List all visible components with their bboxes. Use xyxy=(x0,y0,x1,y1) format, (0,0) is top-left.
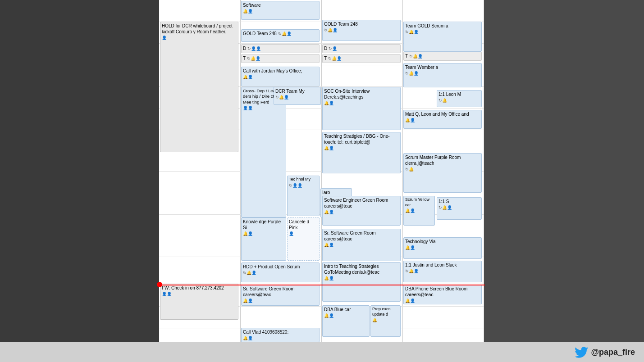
scrum-yellow-car-event[interactable]: Scrum Yellow car 🔔👤 xyxy=(403,196,435,226)
intro-teaching-text: Intro to Teaching Strategies GoToMeeting… xyxy=(324,263,399,275)
soc-onsite-event[interactable]: SOC On-Site Interview Derek.s@teachings … xyxy=(322,87,401,130)
gold-team-col3-text: GOLD Team 248 xyxy=(324,22,358,27)
software-engineer-green-event[interactable]: Software Engineer Green Room careers@tea… xyxy=(322,196,401,226)
hold-dcr-icons: 👤 xyxy=(162,36,237,41)
calendar-grid: G ↻👤👤 D ↻👤👤 T ↻👤👤 HOLD for DCR whiteboar… xyxy=(159,0,484,342)
matt-q-leon-event[interactable]: Matt Q, Leon and My Office and 🔔👤 xyxy=(403,110,482,129)
matt-q-leon-text: Matt Q, Leon and My Office and xyxy=(405,111,480,117)
iaro-text: Iaro xyxy=(322,190,350,195)
dcr-team-my-event[interactable]: DCR Team My ↻🔔👤 xyxy=(274,87,321,105)
one-one-leon-event[interactable]: 1:1 Leon M ↻🔔 xyxy=(437,90,482,107)
cross-dep-leaders-event[interactable]: Cross- Dep t Lea ders hip / Dire ctor 's… xyxy=(241,87,286,217)
call-jordan-text: Call with Jordan May's Office; xyxy=(243,68,318,74)
scrum-yellow-car-text: Scrum Yellow car xyxy=(405,197,433,208)
software-engineer-green-text: Software Engineer Green Room careers@tea… xyxy=(324,197,399,209)
sr-software-green-col2-text: Sr. Software Green Room careers@teac xyxy=(243,286,318,298)
sr-software-green-col3-text: Sr. Software Green Room careers@teac xyxy=(324,230,399,242)
software-header-event[interactable]: Software 🔔👤 xyxy=(241,1,320,20)
team-gold-scrum-text: Team GOLD Scrum a xyxy=(405,23,480,29)
hrow-12 xyxy=(159,329,484,329)
rdd-product-text: RDD + Product Open Scrum xyxy=(243,264,318,270)
technology-my-text: Tec hnol My xyxy=(289,177,318,182)
soc-onsite-text: SOC On-Site Interview Derek.s@teachings xyxy=(324,88,399,100)
prep-exec-event[interactable]: Prep exec update d 🔔 xyxy=(370,305,401,337)
sr-software-green-col3-event[interactable]: Sr. Software Green Room careers@teac 🔔👤 xyxy=(322,229,401,261)
dcr-team-my-text: DCR Team My xyxy=(275,88,319,94)
bottom-bar: @papa_fire xyxy=(0,342,644,362)
t-row-col2: T ↻🔔👤 xyxy=(241,54,320,63)
one-one-leon-text: 1:1 Leon M xyxy=(438,91,480,97)
scrum-master-purple-text: Scrum Master Purple Room cierra.j@teach xyxy=(405,154,480,166)
t-row-col3: T ↻🔔👤 xyxy=(322,54,401,63)
dba-phone-screen-event[interactable]: DBA Phone Screen Blue Room careers@teac … xyxy=(403,285,482,304)
knowledge-purple-text: Knowle dge Purple Si xyxy=(243,219,284,231)
call-jordan-event[interactable]: Call with Jordan May's Office; 🔔👤 xyxy=(241,67,320,86)
twitter-area: @papa_fire xyxy=(575,347,635,358)
team-gold-scrum-event[interactable]: Team GOLD Scrum a ↻🔔👤 xyxy=(403,22,482,52)
technology-via-text: Technology Via xyxy=(405,239,480,244)
justin-leon-slack-event[interactable]: 1:1 Justin and Leon Slack ↻🔔👤 xyxy=(403,261,482,282)
knowledge-purple-event[interactable]: Knowle dge Purple Si 🔔👤 xyxy=(241,217,286,261)
dba-blue-car-text: DBA Blue car xyxy=(324,307,368,312)
technology-via-event[interactable]: Technology Via 🔔👤 xyxy=(403,237,482,259)
team-wember-text: Team Wember a xyxy=(405,64,480,70)
software-text: Software xyxy=(243,2,318,8)
one-one-s-text: 1:1 S xyxy=(438,199,480,204)
sr-software-green-col2-event[interactable]: Sr. Software Green Room careers@teac 🔔👤 xyxy=(241,285,320,306)
dba-phone-screen-text: DBA Phone Screen Blue Room careers@teac xyxy=(405,286,480,298)
hold-dcr-text: HOLD for DCR whiteboard / project kickof… xyxy=(162,23,237,35)
teaching-strategies-event[interactable]: Teaching Stratigies / DBG - One-touch: t… xyxy=(322,132,401,173)
d-row-col2: D ↻👤👤 xyxy=(241,44,320,53)
t-row-col4: T ↻🔔👤 xyxy=(403,52,482,61)
gold-team-col3-event[interactable]: GOLD Team 248 ↻🔔👤 xyxy=(322,20,401,41)
twitter-handle: @papa_fire xyxy=(591,348,635,357)
sidebar xyxy=(0,0,159,342)
justin-leon-slack-text: 1:1 Justin and Leon Slack xyxy=(405,262,480,268)
fw-checkin-text: FW: Check in on 877.273.4202 xyxy=(162,285,237,291)
col-divider-4 xyxy=(484,0,484,342)
gold-team-col2-event[interactable]: GOLD Team 248 ↻🔔👤 xyxy=(241,29,320,42)
call-vlad-text: Call Vlad 4109608520: xyxy=(243,329,318,335)
current-time-dot xyxy=(157,282,162,287)
person-icon: 👤 xyxy=(162,36,167,41)
canceled-pink-event[interactable]: Cancele d Pink 👤 xyxy=(287,217,320,261)
twitter-icon xyxy=(575,347,588,358)
fw-checkin-event[interactable]: FW: Check in on 877.273.4202 👤👤 xyxy=(160,284,238,320)
call-vlad-event[interactable]: Call Vlad 4109608520: 🔔👤 xyxy=(241,328,320,342)
prep-exec-text: Prep exec update d xyxy=(372,307,399,317)
fw-checkin-icons: 👤👤 xyxy=(162,292,237,297)
scrum-master-purple-event[interactable]: Scrum Master Purple Room cierra.j@teach … xyxy=(403,153,482,193)
d-row-col3: D ↻👤 xyxy=(322,44,401,53)
one-one-s-event[interactable]: 1:1 S ↻🔔👤 xyxy=(437,197,482,220)
technology-my-event[interactable]: Tec hnol My ↻👤👤 xyxy=(287,176,320,216)
gold-team-col2-text: GOLD Team 248 xyxy=(243,31,277,36)
teaching-strategies-text: Teaching Stratigies / DBG - One-touch: t… xyxy=(324,133,399,145)
rdd-product-event[interactable]: RDD + Product Open Scrum ↻🔔👤 xyxy=(241,262,320,282)
hold-dcr-event[interactable]: HOLD for DCR whiteboard / project kickof… xyxy=(160,22,238,152)
intro-teaching-event[interactable]: Intro to Teaching Strategies GoToMeeting… xyxy=(322,262,401,302)
dba-blue-car-event[interactable]: DBA Blue car 🔔👤 xyxy=(322,305,370,337)
canceled-pink-text: Cancele d Pink xyxy=(289,219,318,231)
team-wember-event[interactable]: Team Wember a ↻🔔👤 xyxy=(403,63,482,87)
current-time-line xyxy=(159,285,485,285)
